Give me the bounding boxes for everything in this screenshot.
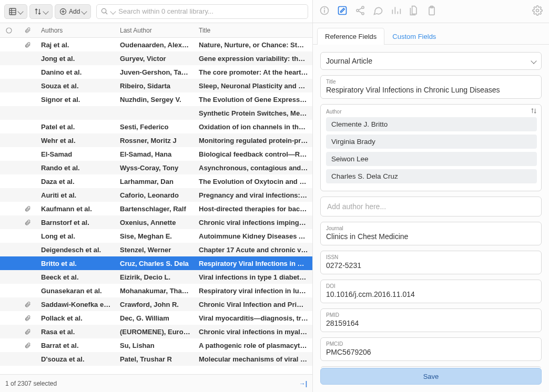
row-title: Respiratory viral infection in lung tran… (195, 287, 312, 295)
row-title: Monitoring regulated protein-protein int… (195, 137, 312, 145)
issn-label: ISSN (326, 254, 536, 260)
pmcid-label: PMCID (326, 341, 536, 347)
journal-value: Clinics in Chest Medicine (326, 232, 536, 241)
row-title: Chapter 17 Acute and chronic viral infec… (195, 246, 312, 254)
edit-icon[interactable] (337, 5, 348, 17)
gear-icon[interactable] (532, 5, 543, 17)
view-mode-button[interactable] (4, 4, 27, 19)
table-row[interactable]: Wehr et al.Rossner, Moritz JMonitoring r… (0, 133, 312, 147)
row-authors: Raj et al. (37, 41, 116, 49)
row-authors: Signor et al. (37, 96, 116, 104)
authors-column-header[interactable]: Authors (37, 27, 116, 34)
table-row[interactable]: Danino et al.Juven-Gershon, TamarThe cor… (0, 65, 312, 79)
row-authors: Saddawi-Konefka et al. (37, 301, 116, 308)
table-row[interactable]: Beeck et al.Eizirik, Decio L.Viral infec… (0, 270, 312, 284)
plus-circle-icon (59, 8, 67, 15)
table-row[interactable]: Gunasekaran et al.Mohanakumar, Thalachal… (0, 284, 312, 297)
author-chip[interactable]: Charles S. Dela Cruz (326, 169, 537, 183)
table-row[interactable]: Kaufmann et al.Bartenschlager, RalfHost-… (0, 202, 312, 215)
search-field[interactable] (96, 4, 308, 19)
author-chip[interactable]: Seiwon Lee (326, 152, 537, 166)
detail-panel: Reference Fields Custom Fields Journal A… (313, 0, 549, 392)
row-last-author: Oxenius, Annette (116, 219, 195, 226)
table-row[interactable]: Britto et al.Cruz, Charles S. DelaRespir… (0, 256, 312, 270)
collapse-sidebar-icon[interactable]: →| (299, 380, 307, 387)
pmid-field[interactable]: PMID 28159164 (320, 308, 542, 332)
pmid-label: PMID (326, 312, 536, 318)
info-icon[interactable] (319, 5, 330, 17)
table-row[interactable]: D'souza et al.Patel, Trushar RMolecular … (0, 352, 312, 366)
row-title: Biological feedback control—Respect the … (195, 150, 312, 158)
row-last-author: Ribeiro, Sidarta (116, 82, 195, 90)
files-icon[interactable] (409, 5, 419, 17)
row-authors: Gunasekaran et al. (37, 287, 116, 295)
arxiv-field[interactable]: Enter arxiv here... (320, 366, 542, 368)
save-button[interactable]: Save (320, 368, 542, 385)
table-row[interactable]: Long et al.Sise, Meghan E.Autoimmune Kid… (0, 229, 312, 243)
last-author-column-header[interactable]: Last Author (116, 27, 195, 34)
row-title: Nature, Nurture, or Chance: Stochastic G… (195, 41, 312, 49)
share-icon[interactable] (355, 5, 365, 17)
table-row[interactable]: Barrat et al.Su, LishanA pathogenic role… (0, 338, 312, 352)
table-row[interactable]: Raj et al.Oudenaarden, Alexan...Nature, … (0, 38, 312, 51)
row-last-author: Stenzel, Werner (116, 246, 195, 254)
tab-custom-fields[interactable]: Custom Fields (384, 28, 444, 45)
attachment-column-header[interactable] (18, 27, 37, 34)
author-chip[interactable]: Clemente J. Britto (326, 117, 537, 131)
row-title: Host-directed therapies for bacterial an… (195, 205, 312, 213)
doi-field[interactable]: DOI 10.1016/j.ccm.2016.11.014 (320, 280, 542, 303)
table-row[interactable]: Deigendesch et al.Stenzel, WernerChapter… (0, 243, 312, 256)
detail-toolbar (313, 0, 549, 23)
row-title: Oxidation of ion channels in the aging n… (195, 123, 312, 131)
journal-label: Journal (326, 225, 536, 231)
paperclip-icon (24, 219, 31, 226)
journal-field[interactable]: Journal Clinics in Chest Medicine (320, 222, 542, 245)
row-authors: Barrat et al. (37, 342, 116, 349)
selection-column-header[interactable] (0, 27, 18, 34)
comment-icon[interactable] (373, 5, 383, 17)
issn-field[interactable]: ISSN 0272-5231 (320, 251, 542, 274)
search-input[interactable] (118, 7, 303, 15)
author-chip[interactable]: Virginia Brady (326, 135, 537, 149)
row-title: Sleep, Neuronal Plasticity and Brain Fun… (195, 82, 312, 90)
table-row[interactable]: Rando et al.Wyss-Coray, TonyAsynchronous… (0, 161, 312, 174)
table-row[interactable]: Signor et al.Nuzhdin, Sergey V.The Evolu… (0, 92, 312, 106)
circle-icon (6, 27, 12, 34)
row-last-author: Wyss-Coray, Tony (116, 164, 195, 172)
paperclip-icon (24, 301, 31, 308)
clipboard-icon[interactable] (426, 5, 437, 17)
row-last-author: Cruz, Charles S. Dela (116, 260, 195, 267)
table-row[interactable]: Saddawi-Konefka et al.Crawford, John R.C… (0, 297, 312, 311)
sort-button[interactable] (29, 4, 53, 19)
table-row[interactable]: Daza et al.Larhammar, DanThe Evolution o… (0, 174, 312, 188)
row-title: Autoimmune Kidney Diseases Associated wi… (195, 232, 312, 240)
add-button[interactable]: Add (55, 4, 91, 19)
title-label: Title (326, 79, 536, 85)
reference-type-value: Journal Article (326, 57, 372, 65)
title-column-header[interactable]: Title (195, 27, 312, 34)
table-row[interactable]: Synthetic Protein Switches, Methods and … (0, 106, 312, 120)
table-row[interactable]: Souza et al.Ribeiro, SidartaSleep, Neuro… (0, 79, 312, 92)
chart-icon[interactable] (391, 5, 401, 17)
table-row[interactable]: Jong et al.Guryev, VictorGene expression… (0, 51, 312, 65)
row-attachment-cell (18, 301, 37, 308)
row-title: Chronic viral infections impinge on naiv… (195, 219, 312, 226)
title-field[interactable]: Title Respiratory Viral Infections in Ch… (320, 75, 542, 99)
tab-reference-fields[interactable]: Reference Fields (317, 28, 384, 45)
row-authors: Patel et al. (37, 123, 116, 131)
pmcid-field[interactable]: PMCID PMC5679206 (320, 337, 542, 361)
table-row[interactable]: Rasa et al.(EUROMENE), European Network … (0, 325, 312, 338)
add-author-input[interactable]: Add author here... (320, 197, 542, 216)
row-attachment-cell (18, 219, 37, 226)
pmid-value: 28159164 (326, 319, 536, 327)
reorder-icon[interactable] (531, 108, 537, 115)
table-row[interactable]: Pollack et al.Dec, G. WilliamViral myoca… (0, 311, 312, 325)
table-icon (9, 8, 16, 15)
table-row[interactable]: Patel et al.Sesti, FedericoOxidation of … (0, 120, 312, 133)
svg-point-7 (102, 8, 106, 13)
table-row[interactable]: El-SamadEl-Samad, HanaBiological feedbac… (0, 147, 312, 161)
row-title: The Evolution of Gene Expression in cis … (195, 96, 312, 104)
reference-type-select[interactable]: Journal Article (320, 52, 542, 70)
table-row[interactable]: Barnstorf et al.Oxenius, AnnetteChronic … (0, 215, 312, 229)
table-row[interactable]: Auriti et al.Caforio, LeonardoPregnancy … (0, 188, 312, 202)
